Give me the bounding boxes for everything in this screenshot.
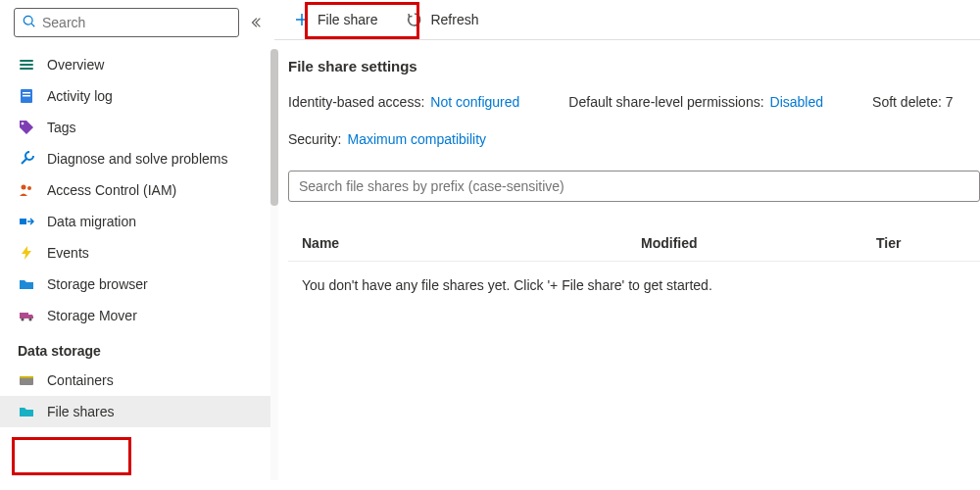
empty-table-message: You don't have any file shares yet. Clic…: [288, 262, 980, 293]
sidebar-item-events[interactable]: Events: [0, 237, 274, 269]
toolbar-button-label: Refresh: [430, 12, 478, 27]
truck-icon: [18, 307, 35, 324]
svg-rect-3: [20, 64, 33, 66]
svg-point-9: [22, 185, 26, 190]
search-box[interactable]: [14, 8, 239, 37]
toolbar-button-label: File share: [318, 12, 377, 27]
people-icon: [18, 181, 35, 199]
svg-rect-7: [23, 95, 30, 97]
sidebar-item-data-migration[interactable]: Data migration: [0, 206, 274, 237]
toolbar: File share Refresh: [274, 0, 980, 40]
content: File share settings Identity-based acces…: [274, 40, 980, 293]
sidebar-item-label: Access Control (IAM): [47, 182, 176, 198]
svg-point-0: [24, 16, 32, 24]
sidebar-item-overview[interactable]: Overview: [0, 49, 274, 80]
column-header-modified[interactable]: Modified: [641, 235, 876, 251]
svg-rect-4: [20, 68, 33, 70]
main-panel: File share Refresh File share settings I…: [274, 0, 980, 490]
setting-label: Default share-level permissions:: [568, 94, 763, 110]
setting-identity-access: Identity-based access: Not configured: [288, 94, 519, 110]
svg-line-1: [31, 24, 34, 26]
setting-link-permissions[interactable]: Disabled: [770, 94, 823, 110]
sidebar-list: Overview Activity log Tags Diagnose and …: [0, 49, 274, 490]
wrench-icon: [18, 150, 35, 168]
setting-security: Security: Maximum compatibility: [288, 131, 486, 147]
add-file-share-button[interactable]: File share: [288, 8, 383, 31]
sidebar-item-file-shares[interactable]: File shares: [0, 396, 274, 427]
refresh-button[interactable]: Refresh: [401, 8, 484, 31]
sidebar-item-label: Containers: [47, 372, 114, 388]
settings-row-2: Security: Maximum compatibility: [288, 131, 980, 147]
settings-row-1: Identity-based access: Not configured De…: [288, 94, 980, 110]
search-input[interactable]: [42, 15, 230, 30]
section-data-storage: Data storage: [0, 331, 274, 365]
setting-soft-delete: Soft delete: 7: [872, 94, 954, 110]
column-header-tier[interactable]: Tier: [876, 235, 980, 251]
lightning-icon: [18, 244, 35, 262]
svg-rect-12: [20, 313, 28, 318]
sidebar-item-storage-mover[interactable]: Storage Mover: [0, 300, 274, 331]
sidebar-item-activity-log[interactable]: Activity log: [0, 80, 274, 112]
setting-link-identity[interactable]: Not configured: [430, 94, 519, 110]
sidebar-item-label: Diagnose and solve problems: [47, 151, 227, 167]
sidebar-item-label: Storage Mover: [47, 308, 137, 323]
collapse-sidebar-button[interactable]: [249, 13, 263, 32]
setting-label: Security:: [288, 131, 341, 147]
sidebar-item-diagnose[interactable]: Diagnose and solve problems: [0, 143, 274, 174]
sidebar-item-containers[interactable]: Containers: [0, 365, 274, 396]
svg-rect-11: [20, 219, 26, 224]
container-icon: [18, 371, 35, 389]
settings-title: File share settings: [288, 58, 980, 74]
refresh-icon: [407, 12, 422, 27]
svg-rect-2: [20, 60, 33, 62]
sidebar-item-label: Data migration: [47, 214, 136, 229]
setting-share-permissions: Default share-level permissions: Disable…: [568, 94, 823, 110]
search-row: [0, 8, 274, 43]
sidebar-item-iam[interactable]: Access Control (IAM): [0, 174, 274, 206]
svg-rect-6: [23, 92, 30, 94]
plus-icon: [294, 12, 310, 27]
svg-point-13: [21, 318, 24, 320]
sidebar: Overview Activity log Tags Diagnose and …: [0, 0, 274, 490]
sidebar-item-label: Storage browser: [47, 276, 148, 292]
column-header-name[interactable]: Name: [288, 235, 641, 251]
overview-icon: [18, 56, 35, 74]
sidebar-item-storage-browser[interactable]: Storage browser: [0, 269, 274, 300]
sidebar-item-tags[interactable]: Tags: [0, 112, 274, 143]
sidebar-item-label: Overview: [47, 57, 104, 73]
sidebar-item-label: Activity log: [47, 88, 113, 104]
svg-rect-16: [20, 376, 33, 378]
table-header: Name Modified Tier: [288, 235, 980, 262]
svg-point-8: [22, 122, 24, 125]
setting-link-security[interactable]: Maximum compatibility: [347, 131, 486, 147]
sidebar-item-label: Tags: [47, 120, 76, 135]
tag-icon: [18, 119, 35, 136]
migration-icon: [18, 213, 35, 230]
folder-icon: [18, 275, 35, 293]
file-shares-table: Name Modified Tier You don't have any fi…: [288, 235, 980, 293]
setting-label: Identity-based access:: [288, 94, 424, 110]
svg-point-10: [27, 186, 31, 190]
filter-file-shares-input[interactable]: [288, 171, 980, 202]
search-icon: [23, 15, 36, 31]
sidebar-item-label: Events: [47, 245, 89, 261]
setting-label: Soft delete: 7: [872, 94, 954, 110]
log-icon: [18, 87, 35, 105]
svg-point-14: [28, 318, 31, 320]
fileshare-icon: [18, 403, 35, 420]
sidebar-item-label: File shares: [47, 404, 114, 419]
